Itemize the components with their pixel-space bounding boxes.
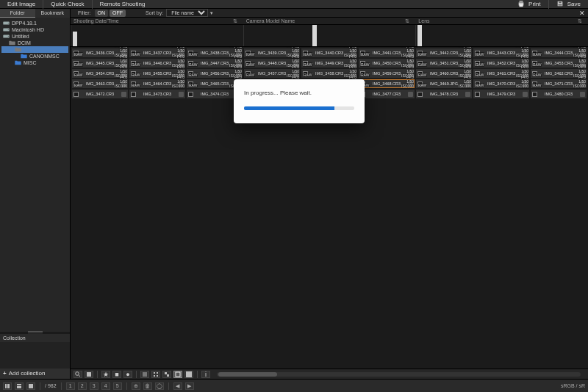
- menu-print[interactable]: Print: [510, 0, 548, 9]
- tab-bookmark[interactable]: Bookmark: [35, 9, 71, 18]
- thumbnail-filename: IMG_3457.CR3: [252, 71, 292, 76]
- tree-node[interactable]: Untitled: [1, 33, 68, 40]
- thumbnail-checkbox[interactable]: [475, 92, 480, 97]
- view-mode-single-button[interactable]: [85, 371, 93, 378]
- layout-button-2[interactable]: [15, 382, 24, 390]
- thumbnail-status-icon: [523, 92, 528, 97]
- thumbnail-status-icon: [465, 92, 470, 97]
- col-lens[interactable]: Lens: [415, 18, 588, 23]
- tree-node[interactable]: [1, 46, 68, 53]
- thumbnail-filename: IMG_3454.CR3: [80, 71, 120, 76]
- add-collection-button[interactable]: +Add collection: [0, 369, 70, 379]
- horizontal-scrollbar[interactable]: [217, 372, 581, 377]
- raw-badge: RAW: [74, 83, 83, 87]
- raw-badge: RAW: [245, 62, 255, 67]
- mark-square-button[interactable]: ■: [112, 371, 121, 378]
- tool-button-b[interactable]: 🗑: [143, 382, 152, 390]
- menu-save[interactable]: Save: [548, 0, 588, 9]
- view-list-button[interactable]: [140, 371, 149, 378]
- svg-rect-24: [186, 371, 192, 377]
- thumbnail[interactable]: RAWF4.01/50ISO100IMG_3479.CR3: [473, 90, 529, 98]
- svg-rect-23: [176, 372, 180, 377]
- svg-rect-19: [154, 375, 155, 377]
- star-2[interactable]: 2: [78, 382, 87, 390]
- tree-node[interactable]: DCIM: [1, 40, 68, 46]
- thumbnail-status-icon: [580, 92, 585, 97]
- filter-bar: Filter: ON OFF Sort by: File name ▾ ✕: [71, 9, 588, 18]
- layout-button-1[interactable]: [3, 382, 12, 390]
- filter-off-button[interactable]: OFF: [110, 10, 126, 17]
- svg-rect-17: [154, 372, 155, 374]
- star-1[interactable]: 1: [66, 382, 75, 390]
- thumbnail-filename: IMG_3441.CR3: [367, 51, 406, 55]
- tab-folder[interactable]: Folder: [0, 9, 35, 18]
- filter-on-button[interactable]: ON: [95, 10, 109, 17]
- tree-node-label: DPP4.18.1: [12, 21, 37, 26]
- svg-rect-28: [17, 386, 21, 388]
- thumbnail-filename: IMG_3439.CR3: [252, 51, 292, 55]
- scrollbar-thumb[interactable]: [218, 372, 277, 377]
- thumbnail-checkbox[interactable]: [74, 92, 79, 97]
- zoom-out-button[interactable]: [74, 371, 82, 378]
- sort-label: Sort by:: [146, 10, 163, 15]
- star-3[interactable]: 3: [90, 382, 98, 390]
- raw-badge: RAW: [475, 52, 484, 57]
- raw-badge: RAW: [303, 73, 312, 77]
- info-toggle-button[interactable]: i: [201, 371, 210, 378]
- thumbnail-filename: IMG_3464.CR3: [137, 81, 177, 86]
- tree-node[interactable]: DPP4.18.1: [1, 20, 68, 26]
- thumbnail-filename: IMG_3436.CR3: [80, 51, 120, 55]
- thumbnail-filename: IMG_3463.CR3: [80, 81, 120, 86]
- view-medium-button[interactable]: [162, 371, 171, 378]
- svg-point-6: [8, 23, 9, 23]
- thumbnail[interactable]: RAWF4.01/50ISO100IMG_3472.CR3: [72, 90, 128, 98]
- sidebar: Folder Bookmark DPP4.18.1Macintosh HDUnt…: [0, 0, 71, 379]
- layout-button-3[interactable]: [26, 382, 35, 390]
- raw-badge: RAW: [360, 73, 370, 77]
- thumbnail-meta: F4.01/50ISO100: [516, 75, 528, 88]
- thumbnail-checkbox[interactable]: [188, 92, 193, 97]
- thumbnail-checkbox[interactable]: [417, 92, 423, 97]
- sort-direction-icon[interactable]: ▾: [210, 10, 213, 16]
- view-large-button[interactable]: [173, 371, 182, 378]
- svg-rect-20: [157, 375, 158, 377]
- view-small-button[interactable]: [151, 371, 160, 378]
- star-5[interactable]: 5: [113, 382, 122, 390]
- star-4[interactable]: 4: [101, 382, 110, 390]
- raw-badge: RAW: [532, 62, 542, 67]
- nav-prev-button[interactable]: ◀: [173, 382, 182, 390]
- thumbnail[interactable]: RAWF4.01/50ISO100IMG_3473.CR3: [129, 90, 185, 98]
- view-xlarge-button[interactable]: [184, 371, 193, 378]
- thumbnail[interactable]: RAWF4.01/50ISO100IMG_3478.CR3: [416, 90, 472, 98]
- thumbnail[interactable]: RAWF4.01/50ISO100IMG_3480.CR3: [531, 90, 587, 98]
- col-camera-model[interactable]: Camera Model Name: [243, 18, 416, 23]
- thumbnail[interactable]: RAWF4.01/50ISO100IMG_3477.CR3: [359, 90, 415, 98]
- close-panel-icon[interactable]: ✕: [579, 10, 585, 17]
- thumbnail-meta: F4.01/50ISO100: [459, 75, 471, 88]
- printer-icon: [517, 0, 525, 7]
- sort-select[interactable]: File name: [166, 9, 208, 17]
- histogram-bar: [73, 32, 77, 46]
- tool-button-a[interactable]: ⊕: [132, 382, 140, 390]
- menu-quick-check[interactable]: Quick Check: [43, 0, 91, 9]
- menu-edit-image[interactable]: Edit Image: [0, 0, 43, 9]
- raw-badge: RAW: [303, 52, 312, 57]
- thumbnail-checkbox[interactable]: [131, 92, 136, 97]
- thumbnail-filename: IMG_3456.CR3: [195, 71, 234, 76]
- tree-node[interactable]: CANONMSC: [1, 53, 68, 59]
- tool-button-c[interactable]: ◯: [155, 382, 164, 390]
- histogram-bar: [417, 25, 422, 46]
- nav-next-button[interactable]: ▶: [185, 382, 194, 390]
- rating-button[interactable]: ★: [101, 371, 110, 378]
- thumbnail-checkbox[interactable]: [532, 92, 537, 97]
- thumbnail-filename: IMG_3450.CR3: [367, 61, 406, 65]
- thumbnail-filename: IMG_3445.CR3: [80, 61, 120, 65]
- grid-toolbar: ★ ■ ● i: [71, 369, 588, 379]
- col-shooting-date[interactable]: Shooting Date/Time: [71, 18, 243, 23]
- sidebar-tabs: Folder Bookmark: [0, 9, 70, 18]
- mark-circle-button[interactable]: ●: [123, 371, 132, 378]
- progress-dialog: In progress... Please wait.: [234, 79, 365, 123]
- tree-node[interactable]: Macintosh HD: [1, 26, 68, 33]
- tree-node[interactable]: MISC: [1, 59, 68, 66]
- menu-remote-shooting[interactable]: Remote Shooting: [92, 0, 153, 9]
